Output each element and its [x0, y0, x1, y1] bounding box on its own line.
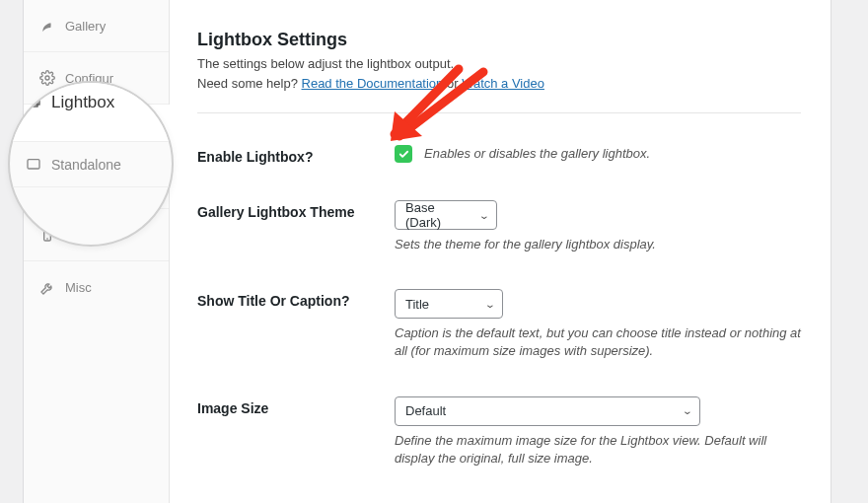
chevron-down-icon: ⌄: [478, 210, 489, 221]
image-size-select[interactable]: Default ⌄: [395, 396, 700, 426]
field-desc: Caption is the default text, but you can…: [395, 324, 801, 360]
settings-sidebar: Gallery Configur Lightbox Standalone Mob…: [24, 0, 170, 503]
gear-icon: [39, 70, 55, 86]
field-show-title: Show Title Or Caption? Title ⌄ Caption i…: [197, 271, 801, 378]
field-enable-lightbox: Enable Lightbox? Enables or disables the…: [197, 127, 801, 182]
magnifier-annotation: Configur Lightbox Standalone: [8, 81, 174, 247]
theme-select[interactable]: Base (Dark) ⌄: [395, 200, 497, 230]
chevron-down-icon: ⌄: [682, 405, 692, 416]
sidebar-item-label: Gallery: [65, 19, 106, 34]
page-intro: The settings below adjust the lightbox o…: [197, 54, 801, 93]
title-caption-select[interactable]: Title ⌄: [395, 289, 503, 319]
check-icon: [398, 149, 409, 160]
field-label: Show Title Or Caption?: [197, 289, 395, 309]
chevron-down-icon: ⌄: [484, 299, 495, 310]
settings-panel: Lightbox Settings The settings below adj…: [170, 0, 831, 503]
lens-item: Standalone: [10, 142, 172, 187]
sidebar-item-label: Misc: [65, 280, 92, 295]
field-label: Gallery Lightbox Theme: [197, 200, 395, 220]
leaf-icon: [39, 18, 55, 34]
sidebar-item-gallery[interactable]: Gallery: [24, 0, 169, 52]
sidebar-item-misc[interactable]: Misc: [24, 261, 169, 314]
svg-rect-9: [28, 160, 39, 169]
svg-point-0: [45, 76, 49, 80]
enable-lightbox-checkbox[interactable]: [395, 145, 412, 163]
documentation-link[interactable]: Read the Documentation: [302, 76, 444, 91]
page-title: Lightbox Settings: [197, 10, 801, 50]
standalone-icon: [26, 157, 41, 173]
field-desc: Sets the theme for the gallery lightbox …: [395, 236, 801, 253]
field-label: Enable Lightbox?: [197, 145, 395, 165]
wrench-icon: [39, 280, 55, 296]
field-lightbox-theme: Gallery Lightbox Theme Base (Dark) ⌄ Set…: [197, 182, 801, 271]
divider: [197, 112, 801, 113]
field-label: Image Size: [197, 396, 395, 416]
field-image-size: Image Size Default ⌄ Define the maximum …: [197, 379, 801, 485]
field-enable-arrows: Enable Gallery Arrows? Enables or disabl…: [197, 485, 801, 503]
video-link[interactable]: Watch a Video: [462, 76, 544, 91]
field-desc: Define the maximum image size for the Li…: [395, 432, 801, 467]
field-desc: Enables or disables the gallery lightbox…: [424, 145, 650, 163]
